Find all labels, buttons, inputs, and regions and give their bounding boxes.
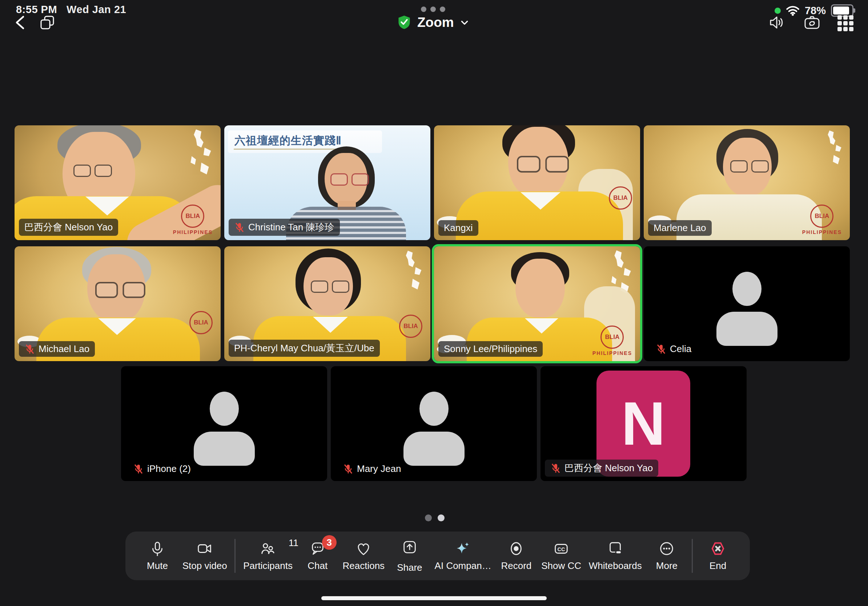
toolbar-divider [692,539,693,573]
blia-logo: BLIA PHILIPPINES [592,326,632,356]
stop-video-button[interactable]: Stop video [183,540,227,572]
more-ellipsis-icon [658,540,675,557]
video-tile-sonny-lee[interactable]: BLIA PHILIPPINES Sonny Lee/Philippines [434,246,640,361]
ai-sparkle-icon [455,540,471,557]
share-icon [401,539,418,555]
whiteboards-icon [607,540,624,557]
status-bar-left: 8:55 PMWed Jan 21 [16,4,126,15]
muted-mic-icon [24,344,35,355]
avatar-placeholder-icon [420,392,448,426]
philippines-map-watermark [819,128,845,168]
participant-name-label: Celia [650,341,697,357]
video-tile-michael-lao[interactable]: BLIA Michael Lao [14,246,221,361]
blia-logo: BLIA PHILIPPINES [802,204,842,235]
switch-camera-icon[interactable] [803,14,821,31]
home-indicator[interactable] [321,596,547,600]
video-tile-marlene-lao[interactable]: BLIA PHILIPPINES Marlene Lao [644,125,850,240]
participants-icon [259,540,276,557]
apps-grid-icon[interactable] [837,15,854,31]
participants-button[interactable]: 11 Participants [243,540,293,572]
chat-badge: 3 [322,535,336,550]
participant-name-label: 巴西分會 Nelson Yao [19,219,118,236]
participants-count: 11 [288,537,298,549]
video-tile-mary-jean[interactable]: Mary Jean [331,366,537,481]
meeting-title-bar[interactable]: Zoom [397,14,469,31]
recording-indicator-dot [775,8,781,14]
video-tile-iphone-2[interactable]: iPhone (2) [121,366,327,481]
participant-name-label: 巴西分會 Nelson Yao [545,459,658,477]
ai-companion-button[interactable]: AI Compan… [435,540,491,572]
end-button[interactable]: End [701,540,735,572]
philippines-map-watermark [183,128,215,175]
meeting-toolbar: Mute Stop video 11 Participants [126,532,750,580]
participant-name-label: Sonny Lee/Philippines [439,341,542,357]
avatar-placeholder-icon [716,312,778,346]
muted-mic-icon [234,222,245,233]
avatar-placeholder-icon [732,272,761,306]
participant-name-label: iPhone (2) [127,461,196,477]
date: Wed Jan 21 [67,4,126,15]
reactions-button[interactable]: Reactions [343,540,384,572]
heart-icon [355,540,372,557]
video-tile-nelson-yao[interactable]: BLIA PHILIPPINES 巴西分會 Nelson Yao [14,125,221,240]
status-ellipsis-icon[interactable] [421,6,445,12]
participant-name-label: Kangxi [439,220,478,236]
end-call-icon [710,540,726,557]
blia-logo: BLIA [609,186,632,211]
toolbar-divider [234,539,236,573]
avatar-placeholder-icon [403,431,465,466]
chat-button[interactable]: 3 Chat [300,540,335,572]
video-tile-cheryl-chua[interactable]: BLIA PH-Cheryl May Chua/黃玉立/Ube [224,246,430,361]
participant-name-label: PH-Cheryl May Chua/黃玉立/Ube [229,340,380,357]
page-indicator[interactable] [425,515,445,521]
video-tile-nelson-yao-initial[interactable]: N 巴西分會 Nelson Yao [541,366,747,481]
chevron-down-icon [460,18,469,27]
participant-name-label: Marlene Lao [648,220,712,236]
mic-icon [149,540,166,557]
app-title: Zoom [417,15,454,30]
closed-captions-icon: CC [553,540,570,557]
video-tile-celia[interactable]: Celia [644,246,850,361]
video-tile-christine-tan[interactable]: 六祖壇經的生活實踐Ⅱ Christine Tan 陳珍珍 [224,125,430,240]
wifi-icon [786,5,800,16]
blia-logo: BLIA [189,311,212,336]
mute-button[interactable]: Mute [140,540,175,572]
philippines-map-watermark [396,249,425,293]
avatar-placeholder-icon [210,392,239,426]
muted-mic-icon [133,464,144,475]
speaker-icon[interactable] [768,14,785,31]
blia-logo: BLIA [399,315,422,339]
video-tile-kangxi[interactable]: BLIA Kangxi [434,125,640,240]
muted-mic-icon [656,344,666,355]
show-cc-button[interactable]: CC Show CC [541,540,581,572]
participant-name-label: Christine Tan 陳珍珍 [229,219,340,236]
app-switcher-icon[interactable] [39,14,56,31]
blia-logo: BLIA PHILIPPINES [173,204,212,235]
avatar-placeholder-icon [194,431,255,466]
record-button[interactable]: Record [499,540,533,572]
muted-mic-icon [343,464,354,475]
record-icon [508,540,524,557]
participant-name-label: Michael Lao [19,341,95,357]
security-shield-icon [397,14,411,31]
whiteboards-button[interactable]: Whiteboards [589,540,642,572]
more-button[interactable]: More [649,540,684,572]
participant-name-label: Mary Jean [337,461,406,477]
muted-mic-icon [550,463,561,474]
back-button[interactable] [12,14,30,31]
share-button[interactable]: Share [392,539,427,573]
battery-icon [831,5,854,17]
svg-text:CC: CC [558,546,565,552]
video-camera-icon [196,540,213,557]
zoom-meeting-screen: 8:55 PMWed Jan 21 78% Zoom [0,0,868,606]
